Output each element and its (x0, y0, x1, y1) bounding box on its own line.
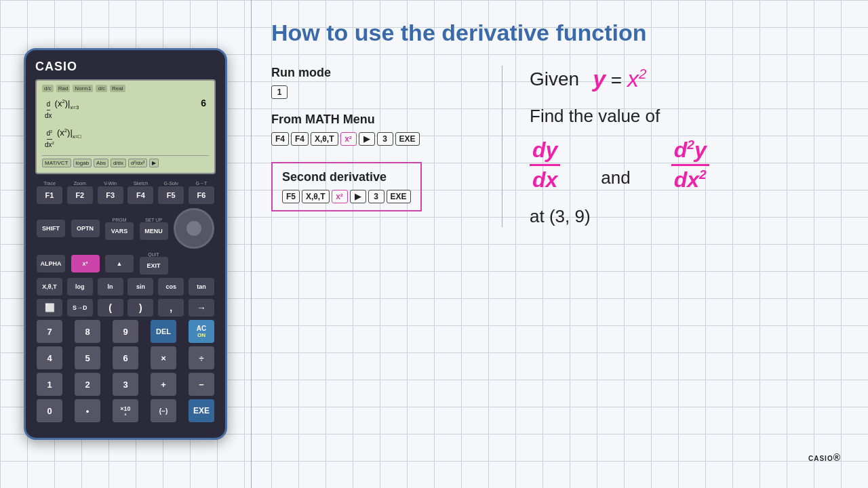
btn-4[interactable]: 4 (37, 346, 62, 369)
math-fracs: dy dx and d2y dx2 (530, 138, 841, 192)
exit-button[interactable]: EXIT (140, 257, 168, 274)
alpha-button[interactable]: ALPHA (37, 255, 65, 272)
frac1-numerator: dy (530, 138, 560, 166)
f5-button[interactable]: F5 (158, 186, 184, 204)
row-456: 4 5 6 × ÷ (35, 346, 216, 369)
second-deriv-section: Second derivative F5 X,θ,T x² ▶ 3 EXE (271, 162, 422, 211)
alpha-row: ALPHA x² ▲ QUIT EXIT (35, 252, 216, 274)
btn-5[interactable]: 5 (75, 346, 100, 369)
menu-button[interactable]: MENU (140, 222, 168, 240)
multiply-button[interactable]: × (151, 346, 176, 369)
math-find: Find the value of (530, 106, 841, 127)
given-text: Given (530, 68, 579, 90)
row-789: 7 8 9 DEL ACON (35, 320, 216, 343)
x2-button[interactable]: x² (71, 255, 100, 272)
math-row: X,θ,T log ln sin cos tan (35, 278, 216, 296)
del-button[interactable]: DEL (151, 320, 176, 343)
arrow-button[interactable]: → (189, 299, 214, 317)
f2-button[interactable]: F2 (67, 186, 93, 204)
sd-button[interactable]: S→D (67, 299, 93, 317)
frac-button[interactable]: ⬜ (37, 299, 62, 317)
divider (251, 0, 252, 488)
btn-8[interactable]: 8 (75, 320, 100, 343)
comma-button[interactable]: , (158, 299, 184, 317)
screen-content: d dx (x2)|x=3 6 d2 dx2 (x2)|x=□ (42, 95, 209, 151)
frac-dy-dx: dy dx (530, 138, 560, 192)
ac-button[interactable]: ACON (189, 320, 214, 343)
second-deriv-keys: F5 X,θ,T x² ▶ 3 EXE (282, 190, 411, 203)
casio-footer-brand: CASIO® (808, 449, 841, 474)
lparen-button[interactable]: ( (98, 299, 123, 317)
math-menu-keys: F4 F4 X,θ,T x² ▶ 3 EXE (271, 132, 488, 146)
plus-button[interactable]: + (151, 373, 176, 396)
btn-2[interactable]: 2 (75, 373, 100, 396)
row-123: 1 2 3 + − (35, 373, 216, 396)
row-0: 0 • ×10x (−) EXE (35, 399, 216, 422)
math-menu-title: From MATH Menu (271, 113, 488, 127)
screen-status: d/c Rad Norm1 d/c Real (42, 85, 209, 92)
math-given: Given y = x2 (530, 66, 841, 92)
left-panel: CASIO d/c Rad Norm1 d/c Real d dx (x2)|x… (0, 0, 251, 488)
fn-row: Trace F1 Zoom F2 V-Win F3 Sketch F4 G-So… (35, 181, 216, 204)
calc-brand: CASIO (35, 60, 216, 74)
tan-button[interactable]: tan (189, 278, 214, 296)
btn-6[interactable]: 6 (113, 346, 138, 369)
exe-button[interactable]: EXE (189, 399, 214, 422)
f6-button[interactable]: F6 (189, 186, 214, 204)
vars-button[interactable]: VARS (105, 222, 134, 240)
math-at: at (3, 9) (530, 206, 841, 227)
log-button[interactable]: log (67, 278, 93, 296)
sin-button[interactable]: sin (127, 278, 153, 296)
math-menu-section: From MATH Menu F4 F4 X,θ,T x² ▶ 3 EXE (271, 113, 488, 146)
shift-row: SHIFT OPTN PRGM VARS SET UP MENU (35, 208, 216, 249)
btn-9[interactable]: 9 (113, 320, 138, 343)
btn-3[interactable]: 3 (113, 373, 138, 396)
xtheta-button[interactable]: X,θ,T (37, 278, 62, 296)
shift-button[interactable]: SHIFT (37, 220, 65, 237)
minus-button[interactable]: − (189, 373, 214, 396)
dpad-center (186, 221, 201, 236)
calculator-screen: d/c Rad Norm1 d/c Real d dx (x2)|x=3 6 (35, 79, 216, 174)
frac2-denominator: dx2 (674, 166, 707, 192)
right-panel: How to use the derivative function Run m… (251, 0, 868, 488)
dot-button[interactable]: • (75, 399, 100, 422)
calculator: CASIO d/c Rad Norm1 d/c Real d dx (x2)|x… (24, 48, 227, 440)
frac-d2y-dx2: d2y dx2 (671, 138, 709, 192)
btn-1[interactable]: 1 (37, 373, 62, 396)
frac1-denominator: dx (532, 166, 557, 192)
btn-7[interactable]: 7 (37, 320, 62, 343)
neg-button[interactable]: (−) (151, 399, 176, 422)
rparen-button[interactable]: ) (127, 299, 153, 317)
content-area: Run mode 1 From MATH Menu F4 F4 X,θ,T x²… (271, 66, 841, 227)
f4-button[interactable]: F4 (127, 186, 153, 204)
f1-button[interactable]: F1 (37, 186, 62, 204)
cos-button[interactable]: cos (158, 278, 184, 296)
run-mode-section: Run mode 1 (271, 66, 488, 99)
up-button[interactable]: ▲ (105, 255, 134, 272)
symbol-row: ⬜ S→D ( ) , → (35, 299, 216, 317)
math-panel: Given y = x2 Find the value of dy dx (502, 66, 841, 227)
divide-button[interactable]: ÷ (189, 346, 214, 369)
ln-button[interactable]: ln (98, 278, 123, 296)
page-title: How to use the derivative function (271, 20, 841, 45)
second-deriv-title: Second derivative (282, 170, 411, 184)
btn-0[interactable]: 0 (37, 399, 62, 422)
frac2-numerator: d2y (671, 138, 709, 166)
dpad[interactable] (174, 208, 214, 249)
screen-menu: MAT/VCT logab Abs d/dx d²/dx² ▶ (42, 155, 209, 167)
and-text: and (601, 167, 630, 188)
instructions: Run mode 1 From MATH Menu F4 F4 X,θ,T x²… (271, 66, 502, 227)
f3-button[interactable]: F3 (98, 186, 123, 204)
optn-button[interactable]: OPTN (71, 220, 100, 237)
run-mode-title: Run mode (271, 66, 488, 80)
run-mode-keys: 1 (271, 85, 488, 99)
exp-button[interactable]: ×10x (113, 399, 138, 422)
